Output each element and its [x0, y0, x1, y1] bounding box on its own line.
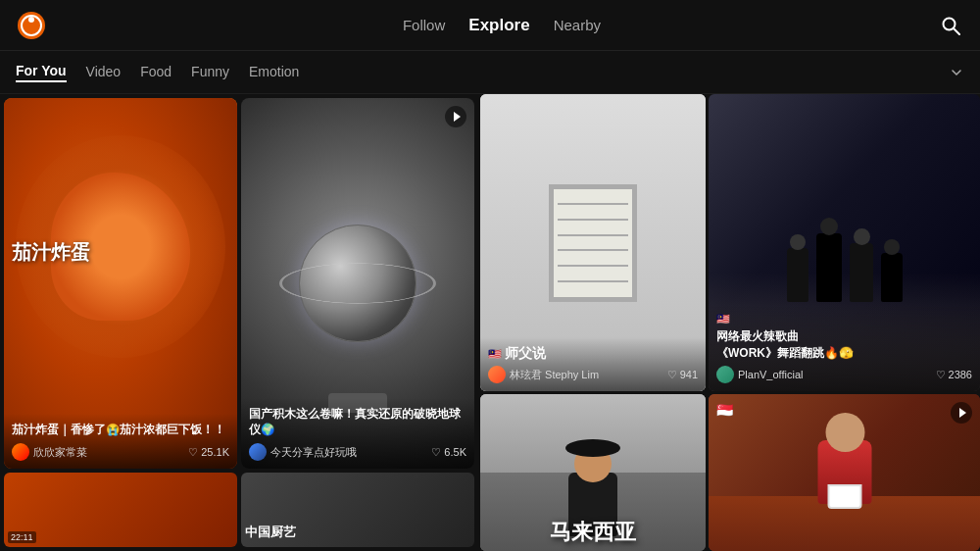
cat-tab-funny[interactable]: Funny — [191, 64, 229, 81]
globe-author-name: 今天分享点好玩哦 — [270, 445, 357, 460]
food-author-avatar — [12, 443, 29, 461]
ramen-visual — [709, 394, 980, 551]
globe-card-meta: 今天分享点好玩哦 ♡ 6.5K — [249, 443, 466, 461]
dance-title-line2: 《WORK》舞蹈翻跳🔥🫣 — [716, 346, 854, 360]
heart-icon-3: ♡ — [667, 369, 677, 381]
door-author: 林玹君 Stephy Lim — [488, 366, 599, 383]
food-author-name: 欣欣家常菜 — [33, 445, 87, 460]
card-door[interactable]: 🇲🇾 师父说 林玹君 Stephy Lim ♡ 941 — [480, 94, 706, 391]
search-button[interactable] — [937, 12, 964, 39]
card-malaysia[interactable]: 马来西亚 — [480, 394, 706, 551]
heart-icon-4: ♡ — [936, 369, 946, 381]
food-cn-title: 茄汁炸蛋 — [12, 239, 229, 266]
card-sm-cn-text: 中国厨艺 — [245, 524, 470, 541]
dance-likes-count: 2386 — [949, 369, 972, 380]
door-title: 师父说 — [505, 345, 546, 361]
card-sm-food[interactable]: 22:11 — [4, 473, 237, 547]
cat-tab-food[interactable]: Food — [140, 64, 172, 81]
top-navigation: Follow Explore Nearby — [0, 0, 980, 51]
card-dance[interactable]: 🇲🇾 网络最火辣歌曲 《WORK》舞蹈翻跳🔥🫣 PlanV_official ♡… — [709, 94, 980, 391]
cat-tab-video[interactable]: Video — [86, 64, 122, 81]
cat-tab-for-you[interactable]: For You — [16, 63, 67, 82]
left-card-grid: 茄汁炸蛋 茄汁炸蛋｜香惨了😭茄汁浓都巨下饭！！ 欣欣家常菜 ♡ 25.1K — [0, 94, 478, 473]
door-overlay: 🇲🇾 师父说 林玹君 Stephy Lim ♡ 941 — [480, 337, 706, 391]
card-food[interactable]: 茄汁炸蛋 茄汁炸蛋｜香惨了😭茄汁浓都巨下饭！！ 欣欣家常菜 ♡ 25.1K — [4, 98, 237, 469]
ramen-flag: 🇸🇬 — [716, 402, 733, 418]
door-likes: ♡ 941 — [667, 369, 698, 381]
dance-overlay: 🇲🇾 网络最火辣歌曲 《WORK》舞蹈翻跳🔥🫣 PlanV_official ♡… — [709, 305, 980, 391]
card-ramen[interactable]: 🇸🇬 — [709, 394, 980, 551]
svg-line-4 — [954, 28, 959, 34]
nav-tab-nearby[interactable]: Nearby — [554, 17, 601, 33]
globe-card-overlay: 国产积木这么卷嘛！真实还原的破晓地球仪🌍 今天分享点好玩哦 ♡ 6.5K — [241, 398, 474, 469]
heart-icon: ♡ — [188, 446, 198, 459]
dance-flag: 🇲🇾 — [716, 313, 972, 326]
globe-play-btn[interactable] — [445, 106, 466, 127]
globe-likes-count: 6.5K — [444, 446, 466, 458]
play-triangle-icon — [454, 112, 461, 122]
cat-more-button[interactable] — [949, 65, 964, 80]
nav-tab-follow[interactable]: Follow — [403, 17, 445, 33]
left-bottom-cards: 22:11 中国厨艺 — [0, 473, 478, 551]
main-content: 茄汁炸蛋 茄汁炸蛋｜香惨了😭茄汁浓都巨下饭！！ 欣欣家常菜 ♡ 25.1K — [0, 94, 980, 551]
globe-author-avatar — [249, 443, 267, 461]
malaysia-text-overlay: 马来西亚 — [484, 518, 702, 547]
card-time: 22:11 — [8, 531, 36, 543]
right-top-cards: 🇲🇾 师父说 林玹君 Stephy Lim ♡ 941 — [480, 94, 980, 391]
food-card-title: 茄汁炸蛋｜香惨了😭茄汁浓都巨下饭！！ — [12, 422, 229, 437]
dance-author-name: PlanV_official — [738, 369, 803, 380]
door-author-avatar — [488, 366, 506, 383]
cat-tab-emotion[interactable]: Emotion — [249, 64, 299, 81]
dance-title-line1: 网络最火辣歌曲 — [716, 329, 799, 343]
nav-tab-explore[interactable]: Explore — [468, 16, 529, 35]
heart-icon-2: ♡ — [431, 446, 441, 459]
food-likes-count: 25.1K — [201, 446, 229, 458]
left-panel: 茄汁炸蛋 茄汁炸蛋｜香惨了😭茄汁浓都巨下饭！！ 欣欣家常菜 ♡ 25.1K — [0, 94, 480, 551]
right-bottom-cards: 马来西亚 — [480, 394, 980, 551]
door-meta: 林玹君 Stephy Lim ♡ 941 — [488, 366, 698, 383]
nav-tabs: Follow Explore Nearby — [67, 16, 937, 35]
play-triangle-icon-2 — [959, 408, 966, 418]
food-card-likes: ♡ 25.1K — [188, 446, 229, 459]
globe-card-author: 今天分享点好玩哦 — [249, 443, 357, 461]
app-logo[interactable] — [16, 10, 47, 41]
card-globe[interactable]: 国产积木这么卷嘛！真实还原的破晓地球仪🌍 今天分享点好玩哦 ♡ 6.5K — [241, 98, 474, 469]
dance-title: 网络最火辣歌曲 《WORK》舞蹈翻跳🔥🫣 — [716, 328, 972, 362]
category-tabs: For You Video Food Funny Emotion — [0, 51, 980, 94]
ramen-play-btn[interactable] — [951, 402, 972, 424]
flag-my-icon: 🇲🇾 — [488, 348, 502, 360]
globe-card-title: 国产积木这么卷嘛！真实还原的破晓地球仪🌍 — [249, 406, 466, 437]
right-panel: 🇲🇾 师父说 林玹君 Stephy Lim ♡ 941 — [480, 94, 980, 551]
food-card-meta: 欣欣家常菜 ♡ 25.1K — [12, 443, 229, 461]
malaysia-text: 马来西亚 — [484, 518, 702, 547]
food-card-overlay: 茄汁炸蛋｜香惨了😭茄汁浓都巨下饭！！ 欣欣家常菜 ♡ 25.1K — [4, 414, 237, 469]
door-flag: 🇲🇾 师父说 — [488, 345, 698, 363]
dance-author: PlanV_official — [716, 366, 803, 383]
food-card-author: 欣欣家常菜 — [12, 443, 87, 461]
svg-point-2 — [28, 17, 34, 23]
card-sm-globe2[interactable]: 中国厨艺 — [241, 473, 474, 547]
dance-author-avatar — [716, 366, 734, 383]
globe-sphere — [299, 225, 416, 342]
globe-card-likes: ♡ 6.5K — [431, 446, 466, 459]
door-author-name: 林玹君 Stephy Lim — [510, 368, 599, 382]
dance-meta: PlanV_official ♡ 2386 — [716, 366, 972, 383]
globe-ring — [279, 263, 436, 303]
door-likes-count: 941 — [680, 369, 698, 380]
dance-likes: ♡ 2386 — [936, 369, 972, 381]
